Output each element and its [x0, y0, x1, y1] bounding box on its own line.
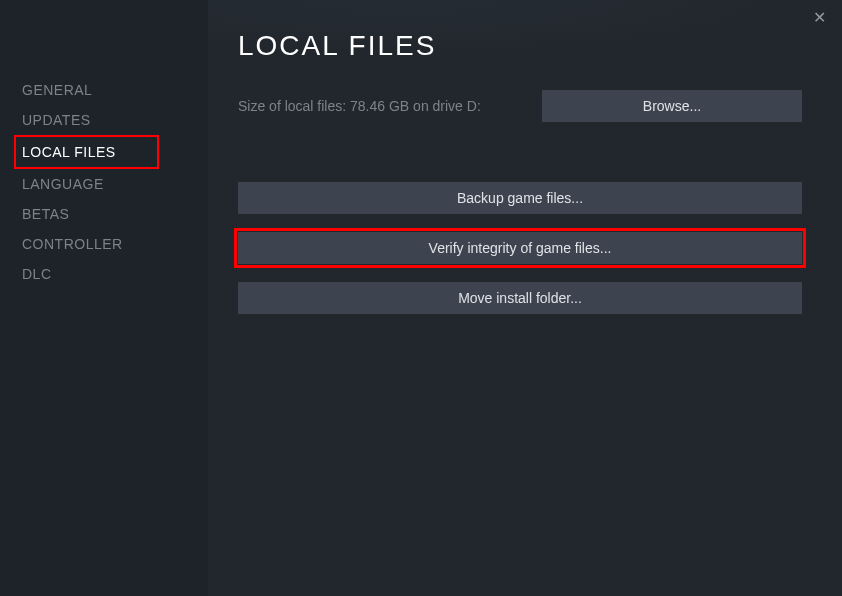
page-title: LOCAL FILES — [238, 30, 802, 62]
close-icon[interactable]: ✕ — [813, 10, 826, 26]
backup-game-files-button[interactable]: Backup game files... — [238, 182, 802, 214]
sidebar-item-betas[interactable]: BETAS — [22, 199, 208, 229]
size-of-local-files-text: Size of local files: 78.46 GB on drive D… — [238, 98, 522, 114]
move-install-folder-button[interactable]: Move install folder... — [238, 282, 802, 314]
size-info-row: Size of local files: 78.46 GB on drive D… — [238, 90, 802, 122]
browse-button[interactable]: Browse... — [542, 90, 802, 122]
sidebar-item-local-files[interactable]: LOCAL FILES — [14, 135, 159, 169]
sidebar: GENERAL UPDATES LOCAL FILES LANGUAGE BET… — [0, 0, 208, 596]
sidebar-item-general[interactable]: GENERAL — [22, 75, 208, 105]
action-buttons: Backup game files... Verify integrity of… — [238, 182, 802, 314]
sidebar-item-updates[interactable]: UPDATES — [22, 105, 208, 135]
sidebar-item-dlc[interactable]: DLC — [22, 259, 208, 289]
main-panel: ✕ LOCAL FILES Size of local files: 78.46… — [208, 0, 842, 596]
sidebar-item-controller[interactable]: CONTROLLER — [22, 229, 208, 259]
verify-integrity-button[interactable]: Verify integrity of game files... — [238, 232, 802, 264]
sidebar-item-language[interactable]: LANGUAGE — [22, 169, 208, 199]
